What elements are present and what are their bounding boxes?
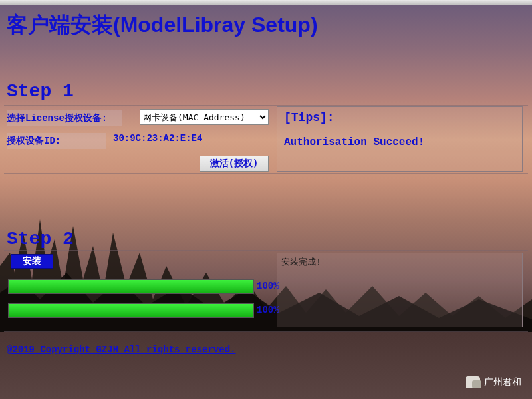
device-id-label: 授权设备ID: (7, 133, 106, 149)
progress-percent-2: 100% (257, 305, 279, 315)
tips-header: [Tips]: (284, 111, 515, 124)
step2-heading: Step 2 (7, 229, 74, 249)
divider (4, 331, 528, 332)
wechat-icon (466, 376, 480, 388)
progress-fill-2 (9, 304, 253, 317)
page-title: 客户端安装(ModelLibray Setup) (7, 11, 318, 40)
watermark-text: 广州君和 (484, 376, 521, 388)
progress-bar-1 (8, 279, 254, 294)
divider (4, 173, 528, 174)
progress-fill-1 (9, 280, 253, 293)
watermark: 广州君和 (466, 376, 521, 388)
tips-message: Authorisation Succeed! (284, 136, 515, 148)
copyright-text: @2019 Copyright GZJH All rights reserved… (7, 344, 235, 355)
license-device-label: 选择License授权设备: (7, 110, 122, 126)
activate-button[interactable]: 激活(授权) (200, 156, 269, 172)
install-status-text: 安装完成! (281, 257, 321, 267)
divider (4, 250, 528, 251)
progress-percent-1: 100% (257, 281, 279, 291)
tips-panel: [Tips]: Authorisation Succeed! (277, 106, 523, 172)
divider (4, 105, 528, 106)
device-id-value: 30:9C:23:A2:E:E4 (113, 133, 202, 144)
install-button[interactable]: 安装 (11, 254, 53, 269)
install-status-panel: 安装完成! (277, 253, 523, 327)
step1-heading: Step 1 (7, 81, 74, 102)
progress-bar-2 (8, 303, 254, 318)
license-device-select[interactable]: 网卡设备(MAC Address) (140, 109, 269, 125)
window-titlebar (0, 0, 532, 5)
